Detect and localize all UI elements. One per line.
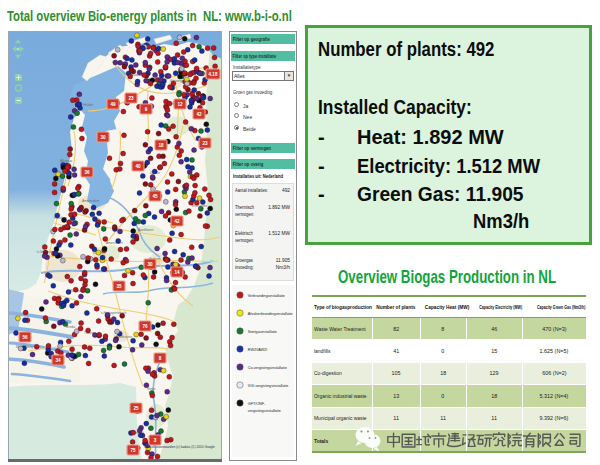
- svg-text:14: 14: [174, 270, 180, 275]
- svg-text:Stortgasinstallatie: Stortgasinstallatie: [248, 329, 278, 334]
- svg-text:30: 30: [100, 135, 106, 140]
- svg-text:VGI-vergistingsinstallatie: VGI-vergistingsinstallatie: [248, 383, 289, 388]
- svg-text:GFT/ONF-: GFT/ONF-: [248, 401, 266, 406]
- svg-text:36: 36: [84, 170, 90, 175]
- svg-text:56: 56: [22, 335, 28, 340]
- svg-text:3: 3: [154, 438, 157, 443]
- svg-text:34: 34: [55, 358, 61, 363]
- svg-text:8: 8: [159, 356, 162, 361]
- svg-text:vergistingsinstallatie: vergistingsinstallatie: [248, 408, 282, 413]
- svg-text:25: 25: [133, 406, 139, 411]
- svg-text:Gebruiksvoorwaarden (c) kadata: Gebruiksvoorwaarden (c) kadata (C) 2010 …: [144, 445, 215, 449]
- svg-text:Verbrandingsinstallatie: Verbrandingsinstallatie: [248, 293, 286, 298]
- svg-text:49: 49: [110, 102, 116, 107]
- svg-text:12: 12: [177, 102, 183, 107]
- svg-text:9: 9: [145, 107, 148, 112]
- svg-text:75: 75: [130, 448, 136, 453]
- svg-text:76: 76: [142, 324, 148, 329]
- svg-text:RWZI/AWZI: RWZI/AWZI: [248, 347, 267, 352]
- svg-text:Amsterdam: Amsterdam: [82, 199, 100, 203]
- svg-text:45: 45: [152, 194, 158, 199]
- svg-text:Afvalverbrandingsinstallatie: Afvalverbrandingsinstallatie: [248, 311, 294, 316]
- svg-text:4.18: 4.18: [209, 72, 218, 77]
- svg-text:42: 42: [196, 112, 202, 117]
- svg-text:42: 42: [174, 219, 180, 224]
- svg-text:30: 30: [147, 262, 153, 267]
- svg-text:35: 35: [116, 284, 122, 289]
- svg-text:23: 23: [128, 96, 134, 101]
- svg-text:Co-vergistingsinstallatie: Co-vergistingsinstallatie: [248, 365, 288, 370]
- svg-text:40: 40: [135, 164, 141, 169]
- svg-text:18: 18: [158, 143, 164, 148]
- svg-text:Apeldoorn: Apeldoorn: [138, 228, 154, 232]
- svg-text:23: 23: [202, 141, 208, 146]
